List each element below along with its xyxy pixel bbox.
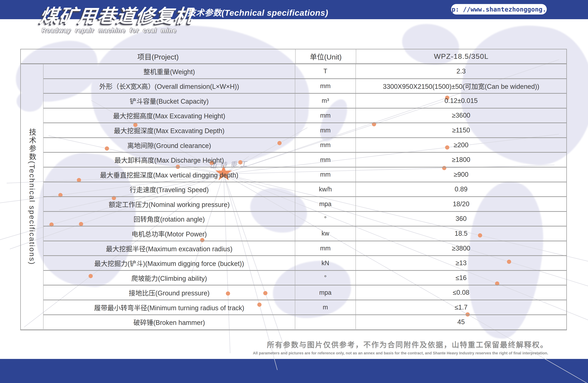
col-header-model: WPZ-18.5/350L — [356, 49, 566, 63]
table-row: 回转角度(rotation angle) ° 360 — [43, 212, 566, 227]
spec-name: 整机重量(Weight) — [43, 64, 295, 78]
table-header-row: 项目(Project) 单位(Unit) WPZ-18.5/350L — [21, 49, 566, 64]
spec-unit: kN — [295, 256, 356, 270]
spec-value: ≥3600 — [356, 109, 566, 123]
spec-name: 破碎锤(Broken hammer) — [43, 315, 295, 329]
spec-name: 最大垂直挖掘深度(Max vertical dingging depth) — [43, 168, 295, 182]
disclaimer-english: All parameters and pictures are for refe… — [253, 351, 548, 355]
spec-value: ≤16 — [356, 271, 566, 285]
page-title: 技术参数(Technical specifications) — [187, 6, 328, 18]
spec-value: 0.12±0.015 — [356, 94, 566, 108]
spec-unit: mpa — [295, 286, 356, 300]
spec-sheet-page: ★ 山特重工 煤矿用巷道修复机 Roadway repair machine f… — [0, 0, 588, 383]
spec-value: 0.89 — [356, 182, 566, 196]
table-body: 技术参数(Technical specifications) 整机重量(Weig… — [21, 64, 566, 329]
spec-unit: kw — [295, 227, 356, 241]
spec-value: ≥13 — [356, 256, 566, 270]
spec-unit: m³ — [295, 94, 356, 108]
spec-unit: mm — [295, 241, 356, 255]
spec-unit: ° — [295, 271, 356, 285]
spec-value: ≥200 — [356, 138, 566, 152]
spec-value: ≤0.08 — [356, 286, 566, 300]
table-row: 最大挖掘半径(Maximum excavation radius) mm ≥38… — [43, 241, 566, 256]
spec-name: 最大挖掘力(铲斗)(Maximum digging force (bucket)… — [43, 256, 295, 270]
side-column: 技术参数(Technical specifications) — [21, 64, 43, 329]
table-row: 最大挖掘力(铲斗)(Maximum digging force (bucket)… — [43, 256, 566, 271]
spec-value: ≥1150 — [356, 123, 566, 137]
disclaimer-chinese: 所有参数与图片仅供参考，不作为合同附件及依据，山特重工保留最终解释权。 — [253, 339, 548, 349]
spec-value: 2.3 — [356, 64, 566, 78]
spec-name: 爬坡能力(Climbing ability) — [43, 271, 295, 285]
spec-value: 3300X950X2150(1500)±50(可加宽(Can be widene… — [356, 79, 566, 93]
spec-value: 18.5 — [356, 227, 566, 241]
spec-unit: mpa — [295, 197, 356, 211]
spec-name: 铲斗容量(Bucket Capacity) — [43, 94, 295, 108]
table-row: 最大垂直挖掘深度(Max vertical dingging depth) mm… — [43, 168, 566, 182]
spec-value: 45 — [356, 315, 566, 329]
table-row: 最大挖掘深度(Max Excavating Depth) mm ≥1150 — [43, 123, 566, 138]
spec-name: 最大挖掘深度(Max Excavating Depth) — [43, 123, 295, 137]
table-row: 爬坡能力(Climbing ability) ° ≤16 — [43, 271, 566, 286]
side-vertical-label: 技术参数(Technical specifications) — [27, 128, 37, 265]
website-link[interactable]: Http: //www.shantezhonggong.com — [451, 4, 547, 15]
spec-value: ≥3800 — [356, 241, 566, 255]
spec-unit: mm — [295, 79, 356, 93]
spec-name: 履带最小转弯半径(Minimum turning radius of track… — [43, 300, 295, 314]
table-row: 额定工作压力(Nominal working pressure) mpa 18/… — [43, 197, 566, 212]
table-row: 铲斗容量(Bucket Capacity) m³ 0.12±0.015 — [43, 94, 566, 109]
spec-value: 18/20 — [356, 197, 566, 211]
disclaimer: 所有参数与图片仅供参考，不作为合同附件及依据，山特重工保留最终解释权。 All … — [253, 339, 548, 355]
table-row: 最大挖掘高度(Max Excavating Height) mm ≥3600 — [43, 109, 566, 123]
spec-unit: mm — [295, 109, 356, 123]
logo-english-tagline: Roadway repair machine for coal mine — [42, 27, 176, 34]
spec-unit: mm — [295, 168, 356, 182]
spec-name: 离地间隙(Ground clearance) — [43, 138, 295, 152]
col-header-unit: 单位(Unit) — [295, 49, 356, 63]
table-row: 接地比压(Ground pressure) mpa ≤0.08 — [43, 286, 566, 300]
spec-value: 360 — [356, 212, 566, 226]
spec-table: 项目(Project) 单位(Unit) WPZ-18.5/350L 技术参数(… — [20, 49, 567, 330]
spec-unit: mm — [295, 138, 356, 152]
table-row: 履带最小转弯半径(Minimum turning radius of track… — [43, 300, 566, 315]
spec-name: 额定工作压力(Nominal working pressure) — [43, 197, 295, 211]
spec-name: 回转角度(rotation angle) — [43, 212, 295, 226]
table-row: 电机总功率(Motor Power) kw 18.5 — [43, 227, 566, 241]
spec-unit: kw/h — [295, 182, 356, 196]
spec-value: ≥900 — [356, 168, 566, 182]
spec-name: 电机总功率(Motor Power) — [43, 227, 295, 241]
table-row: 整机重量(Weight) T 2.3 — [43, 64, 566, 79]
spec-unit: m — [295, 300, 356, 314]
col-header-project: 项目(Project) — [21, 49, 295, 63]
spec-unit: mm — [295, 123, 356, 137]
spec-unit: T — [295, 64, 356, 78]
table-row: 最大卸料高度(Max Discharge Height) mm ≥1800 — [43, 153, 566, 168]
spec-name: 外形（长X宽X高）(Overall dimension(L×W×H)) — [43, 79, 295, 93]
logo-chinese: 煤矿用巷道修复机 — [39, 1, 195, 28]
spec-unit: mm — [295, 153, 356, 167]
table-row: 破碎锤(Broken hammer) 45 — [43, 315, 566, 329]
spec-rows: 整机重量(Weight) T 2.3 外形（长X宽X高）(Overall dim… — [43, 64, 566, 329]
spec-value: ≥1800 — [356, 153, 566, 167]
spec-unit — [295, 315, 356, 329]
table-row: 外形（长X宽X高）(Overall dimension(L×W×H)) mm 3… — [43, 79, 566, 94]
spec-name: 接地比压(Ground pressure) — [43, 286, 295, 300]
spec-name: 最大挖掘高度(Max Excavating Height) — [43, 109, 295, 123]
table-row: 行走速度(Traveling Speed) kw/h 0.89 — [43, 182, 566, 197]
table-row: 离地间隙(Ground clearance) mm ≥200 — [43, 138, 566, 153]
spec-name: 最大挖掘半径(Maximum excavation radius) — [43, 241, 295, 255]
spec-name: 最大卸料高度(Max Discharge Height) — [43, 153, 295, 167]
spec-value: ≤1.7 — [356, 300, 566, 314]
spec-unit: ° — [295, 212, 356, 226]
spec-name: 行走速度(Traveling Speed) — [43, 182, 295, 196]
